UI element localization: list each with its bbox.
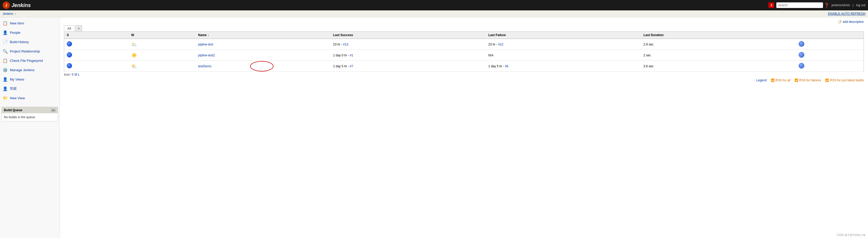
last-failure-text-1: 23 hr - [488, 42, 498, 46]
build-queue-header: Build Queue — [2, 107, 58, 113]
history-icon-3[interactable] [799, 63, 804, 68]
project-relationship-icon: 🔍 [3, 49, 8, 54]
notification-badge[interactable]: 2 [769, 2, 774, 8]
auto-refresh-link[interactable]: ENABLE AUTO REFRESH [828, 12, 865, 16]
jenkins-logo-icon: J [3, 2, 10, 9]
sidebar-item-my-views[interactable]: 👤 My Views [0, 75, 60, 84]
last-success-cell-3: 1 day 5 hr - #7 [331, 61, 486, 72]
rss-latest-link[interactable]: 📶 RSS for just latest builds [825, 79, 864, 82]
job-link-3[interactable]: testDemo [198, 64, 211, 68]
jobs-table: S W Name ↓ Last Success Last Failure Las… [64, 31, 864, 72]
rss-failures-icon: 📶 [795, 79, 798, 82]
build-history-icon: 📄 [3, 39, 8, 44]
watermark: CSDN @不爱代码的小鬼 [837, 233, 865, 237]
main-layout: 📋 New Item 👤 People 📄 Build History 🔍 Pr… [0, 18, 868, 238]
sidebar-item-project-relationship[interactable]: 🔍 Project Relationship [0, 47, 60, 56]
header-left: J Jenkins [3, 2, 31, 9]
icon-size-label: Icon: [64, 73, 71, 77]
weather-cell-1: 🌥️ [129, 39, 196, 50]
tab-bar: All + [64, 25, 864, 31]
status-icon-blue-3 [67, 63, 72, 68]
sidebar-item-manage-jenkins[interactable]: ⚙️ Manage Jenkins [0, 65, 60, 75]
people-icon: 👤 [3, 30, 8, 35]
tab-all[interactable]: All [64, 25, 74, 31]
last-success-text-3: 1 day 5 hr - [333, 64, 350, 68]
last-failure-text-3: 1 day 5 hr - [488, 64, 505, 68]
rss-all-icon: 📶 [771, 79, 775, 82]
history-cell-3 [796, 61, 864, 72]
build-queue-empty-message: No builds in the queue. [4, 115, 36, 119]
new-item-icon: 📋 [3, 21, 8, 26]
sidebar-item-build-history[interactable]: 📄 Build History [0, 37, 60, 47]
legend-link[interactable]: Legend [756, 79, 767, 82]
history-icon-2[interactable] [799, 52, 804, 58]
col-last-failure: Last Failure [486, 32, 641, 39]
help-icon[interactable]: ❓ [824, 3, 829, 8]
weather-icon-3: ⛅ [131, 64, 137, 69]
last-success-text-2: 1 day 0 hr - [333, 54, 350, 57]
job-link-1[interactable]: pipline-test [198, 42, 213, 46]
name-cell-2: pipline-test2 [195, 50, 330, 61]
sidebar-item-people[interactable]: 👤 People [0, 28, 60, 37]
history-cell-2 [796, 50, 864, 61]
sidebar-label-my-views: My Views [10, 78, 24, 81]
sidebar-item-new-item[interactable]: 📋 New Item [0, 19, 60, 28]
last-failure-link-3[interactable]: #6 [505, 64, 508, 68]
last-success-cell-1: 23 hr - #13 [331, 39, 486, 50]
name-cell-3: testDemo [195, 61, 330, 72]
rss-latest-label: RSS for just latest builds [830, 79, 864, 82]
tab-add[interactable]: + [75, 25, 82, 31]
table-row: 🌥️ pipline-test 23 hr - #13 23 hr - #12 … [64, 39, 864, 50]
jenkins-title: Jenkins [11, 2, 31, 8]
breadcrumb-jenkins-link[interactable]: Jenkins [3, 12, 13, 16]
sidebar-item-check-file-fingerprint[interactable]: 📋 Check File Fingerprint [0, 56, 60, 65]
sidebar-label-check-file-fingerprint: Check File Fingerprint [10, 59, 43, 63]
main-content: 📝 add description All + S W Name ↓ Last … [60, 18, 868, 238]
add-description-link[interactable]: 📝 add description [838, 20, 864, 24]
job-link-2[interactable]: pipline-test2 [198, 54, 215, 57]
logout-link[interactable]: log out [856, 3, 865, 7]
icon-size-m[interactable]: M [74, 73, 77, 77]
sidebar-label-new-view: New View [10, 96, 25, 100]
table-row: ☀️ pipline-test2 1 day 0 hr - #1 N/A 2 s… [64, 50, 864, 61]
last-failure-cell-3: 1 day 5 hr - #6 [486, 61, 641, 72]
search-input[interactable] [776, 2, 823, 8]
sidebar-item-credentials[interactable]: 👤 凭据 [0, 84, 60, 93]
last-duration-cell-1: 2.9 sec [641, 39, 796, 50]
last-success-link-3[interactable]: #7 [350, 64, 353, 68]
check-file-fingerprint-icon: 📋 [3, 58, 8, 63]
search-container: ❓ [776, 2, 829, 8]
icon-size-l[interactable]: L [78, 73, 80, 77]
col-last-duration: Last Duration [641, 32, 796, 39]
sidebar: 📋 New Item 👤 People 📄 Build History 🔍 Pr… [0, 18, 60, 238]
sidebar-label-manage-jenkins: Manage Jenkins [10, 68, 35, 72]
last-failure-cell-1: 23 hr - #12 [486, 39, 641, 50]
last-success-text-1: 23 hr - [333, 42, 343, 46]
col-actions [796, 32, 864, 39]
build-queue-minimize-button[interactable]: — [51, 109, 56, 112]
highlight-circle [250, 61, 274, 71]
rss-failures-label: RSS for failures [799, 79, 821, 82]
jenkins-logo: J Jenkins [3, 2, 31, 9]
icon-size-s[interactable]: S [71, 73, 73, 77]
sidebar-item-new-view[interactable]: 📁 New View [0, 93, 60, 102]
last-failure-cell-2: N/A [486, 50, 641, 61]
icon-size-row: Icon: S M L [64, 73, 864, 77]
last-failure-link-1[interactable]: #12 [498, 42, 503, 46]
add-description-icon: 📝 [838, 20, 842, 24]
last-success-link-1[interactable]: #13 [343, 42, 348, 46]
rss-all-link[interactable]: 📶 RSS for all [771, 79, 790, 82]
col-name: Name ↓ [195, 32, 330, 39]
col-s: S [64, 32, 129, 39]
rss-failures-link[interactable]: 📶 RSS for failures [795, 79, 821, 82]
credentials-icon: 👤 [3, 86, 8, 91]
username-link[interactable]: jenkinsAdmin [831, 3, 850, 7]
add-description-label: add description [843, 20, 864, 24]
table-header-row: S W Name ↓ Last Success Last Failure Las… [64, 32, 864, 39]
sidebar-label-credentials: 凭据 [10, 86, 17, 91]
history-icon-1[interactable] [799, 41, 804, 47]
status-icon-blue-1 [67, 41, 72, 47]
header-right: 2 ❓ jenkinsAdmin | log out [769, 2, 865, 8]
build-queue-content: No builds in the queue. [2, 113, 58, 121]
last-success-link-2[interactable]: #1 [350, 54, 353, 57]
